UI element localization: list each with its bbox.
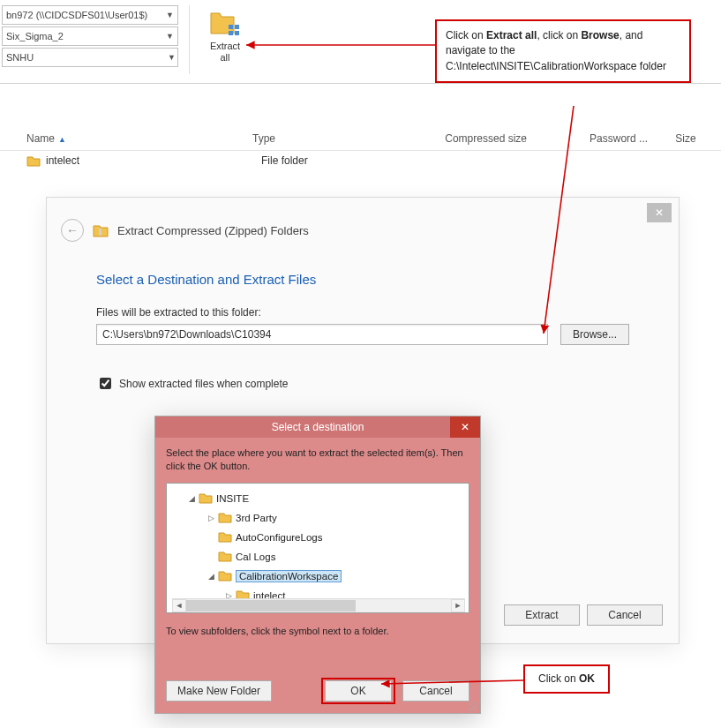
file-type: File folder [261, 154, 455, 167]
svg-rect-0 [229, 25, 233, 29]
svg-rect-1 [235, 25, 239, 29]
dialog-title: Select a destination [272, 421, 364, 433]
folder-icon [199, 492, 213, 506]
folder-icon [218, 550, 232, 564]
folder-icon [236, 589, 250, 598]
show-extracted-checkbox[interactable]: Show extracted files when complete [96, 375, 629, 392]
field-label: Files will be extracted to this folder: [96, 306, 629, 319]
wizard-title: Select a Destination and Extract Files [96, 272, 629, 287]
close-button[interactable]: ✕ [450, 417, 480, 438]
checkbox-input[interactable] [100, 378, 111, 389]
ribbon-dropdown-1-label: bn972 (\\CIDCSDFS01\User01$) [6, 10, 147, 20]
ribbon-dropdown-3[interactable]: SNHU ▼ [2, 48, 178, 67]
folder-tree[interactable]: ◢ INSITE ▷ 3rd Party AutoConfigureLogs [166, 483, 469, 613]
overflow-chevrons-icon: ▼ [168, 53, 174, 62]
tree-node-calibrationworkspace[interactable]: ◢ CalibrationWorkspace [172, 567, 465, 586]
tree-label: CalibrationWorkspace [236, 570, 342, 582]
ribbon-dropdown-1[interactable]: bn972 (\\CIDCSDFS01\User01$) ▼ [2, 5, 178, 25]
scroll-right-icon[interactable]: ► [451, 599, 465, 612]
wizard-header-title: Extract Compressed (Zipped) Folders [117, 224, 309, 237]
ribbon-dropdown-2-label: Six_Sigma_2 [6, 31, 64, 41]
list-item[interactable]: intelect File folder [0, 151, 721, 170]
ribbon-dropdown-2[interactable]: Six_Sigma_2 ▼ [2, 26, 178, 46]
extract-all-label: Extract [210, 41, 240, 51]
tree-node-cal-logs[interactable]: Cal Logs [172, 547, 465, 567]
tree-node-3rd-party[interactable]: ▷ 3rd Party [172, 508, 465, 528]
close-button[interactable]: ✕ [647, 203, 672, 222]
tree-label: Cal Logs [236, 552, 275, 562]
tree-label: AutoConfigureLogs [236, 532, 322, 543]
column-header-size[interactable]: Size [668, 132, 721, 145]
cancel-button[interactable]: Cancel [587, 604, 663, 626]
column-header-password[interactable]: Password ... [582, 132, 668, 145]
file-name: intelect [46, 154, 261, 167]
select-destination-dialog: Select a destination ✕ Select the place … [154, 416, 481, 714]
folder-icon [218, 569, 232, 583]
ok-button[interactable]: OK [325, 680, 392, 702]
annotation-callout: Click on OK [523, 664, 610, 694]
back-button[interactable]: ← [61, 219, 84, 242]
tree-label: INSITE [216, 493, 249, 504]
dialog-note: To view subfolders, click the symbol nex… [166, 626, 469, 636]
expander-open-icon[interactable]: ◢ [186, 494, 197, 503]
tree-node-insite[interactable]: ◢ INSITE [172, 489, 465, 508]
checkbox-label: Show extracted files when complete [119, 378, 288, 390]
folder-icon [26, 154, 41, 167]
sort-asc-icon: ▲ [58, 135, 66, 144]
svg-rect-3 [235, 31, 239, 35]
browse-button[interactable]: Browse... [560, 324, 629, 345]
column-headers: Name▲ Type Compressed size Password ... … [0, 126, 721, 151]
extract-button[interactable]: Extract [504, 604, 580, 626]
svg-rect-6 [99, 229, 101, 236]
expander-closed-icon[interactable]: ▷ [206, 514, 216, 522]
ribbon-dropdown-3-label: SNHU [6, 52, 34, 63]
scroll-left-icon[interactable]: ◄ [172, 599, 186, 612]
zip-folder-icon [93, 223, 109, 237]
cancel-button[interactable]: Cancel [402, 680, 469, 702]
svg-rect-2 [229, 31, 233, 35]
folder-icon [218, 511, 232, 525]
extract-all-button[interactable]: Extract all [200, 5, 250, 64]
column-header-name[interactable]: Name▲ [19, 132, 245, 145]
horizontal-scrollbar[interactable]: ◄ ► [172, 598, 465, 612]
expander-open-icon[interactable]: ◢ [206, 572, 216, 581]
separator [189, 5, 190, 74]
dialog-titlebar[interactable]: Select a destination ✕ [155, 417, 480, 438]
tree-label: 3rd Party [236, 513, 277, 523]
extract-all-label: all [220, 52, 229, 63]
scroll-thumb[interactable] [186, 600, 356, 612]
column-header-type[interactable]: Type [245, 132, 438, 145]
tree-node-autoconfigure[interactable]: AutoConfigureLogs [172, 528, 465, 547]
extract-all-icon [209, 7, 241, 39]
folder-icon [218, 530, 232, 544]
destination-path-input[interactable] [96, 324, 548, 345]
dialog-description: Select the place where you want to extra… [166, 447, 469, 474]
column-header-compressed[interactable]: Compressed size [438, 132, 582, 145]
chevron-down-icon: ▼ [166, 11, 174, 19]
tree-label: intelect [253, 590, 285, 598]
tree-node-intelect[interactable]: ▷ intelect [172, 586, 465, 598]
chevron-down-icon: ▼ [166, 32, 174, 41]
scroll-track[interactable] [186, 599, 451, 612]
annotation-highlight: OK [321, 678, 395, 704]
expander-closed-icon[interactable]: ▷ [223, 591, 234, 598]
resize-grip-icon[interactable] [468, 701, 478, 711]
make-new-folder-button[interactable]: Make New Folder [166, 680, 272, 702]
annotation-callout: Click on Extract all, click on Browse, a… [435, 19, 691, 83]
